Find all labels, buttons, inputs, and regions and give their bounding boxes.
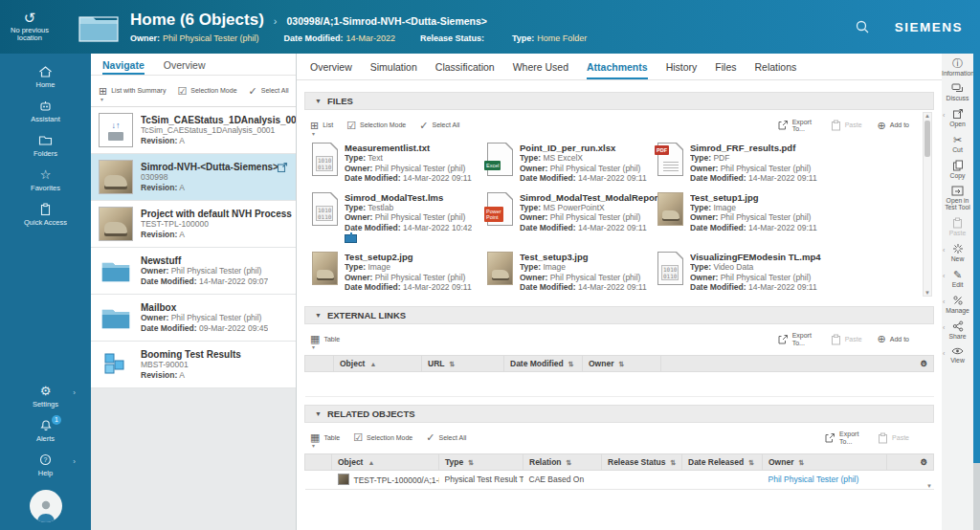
external-links-table-view-button[interactable]: ▦▾ Table xyxy=(310,333,340,345)
command-copy[interactable]: Copy xyxy=(942,156,973,182)
external-links-export-to-button[interactable]: Export To... xyxy=(777,332,815,346)
column-header-date-released[interactable]: Date Released⇅ xyxy=(682,453,763,470)
sidebar-item-home[interactable]: Home xyxy=(0,59,91,94)
scrollbar-thumb[interactable] xyxy=(924,121,930,157)
files-select-all-button[interactable]: ✓ Select All xyxy=(419,120,459,132)
related-objects-export-to-button[interactable]: Export To... xyxy=(824,431,862,445)
column-header-owner[interactable]: Owner⇅ xyxy=(583,355,661,371)
command-open-in-test-tool[interactable]: Open in Test Tool xyxy=(942,182,973,213)
files-paste-button[interactable]: Paste xyxy=(831,119,862,133)
files-selection-mode-button[interactable]: ☑ Selection Mode xyxy=(346,120,406,132)
files-add-to-button[interactable]: ⊕ Add to xyxy=(878,119,909,133)
file-card-simrod-modaltest[interactable]: 10100110 Simrod_ModalTest.lms Type: Test… xyxy=(312,192,487,244)
files-section-header[interactable]: ▼ FILES xyxy=(304,92,934,110)
table-settings-gear-icon[interactable]: ⚙ xyxy=(661,355,934,371)
column-header-object[interactable]: Object▲ xyxy=(334,355,422,371)
sidebar-item-help[interactable]: ? › Help xyxy=(0,448,91,482)
external-links-section-header[interactable]: ▼ EXTERNAL LINKS xyxy=(304,306,934,324)
tab-simulation[interactable]: Simulation xyxy=(370,54,417,79)
sidebar-item-settings[interactable]: ⚙ › Settings xyxy=(0,379,91,413)
file-card-measurementlist[interactable]: 10100110 Measurementlist.txt Type: Text … xyxy=(312,143,487,184)
tab-history[interactable]: History xyxy=(666,54,698,79)
column-header-type[interactable]: Type⇅ xyxy=(439,453,523,470)
external-links-paste-button[interactable]: Paste xyxy=(831,332,862,346)
file-card-simrod-modalreport[interactable]: PowerPoint Simrod_ModalTest_ModalReport.… xyxy=(487,192,657,244)
related-objects-paste-button[interactable]: Paste xyxy=(878,431,909,445)
command-edit[interactable]: ‹ ✎ Edit xyxy=(942,265,973,291)
owner-link[interactable]: Phil Physical Tester (phil) xyxy=(768,475,859,484)
files-list-view-button[interactable]: ⊞▾ List xyxy=(310,120,333,132)
table-settings-gear-icon[interactable]: ⚙ xyxy=(887,453,934,470)
sidebar-item-favorites[interactable]: ☆ Favorites xyxy=(0,163,91,197)
files-scrollbar[interactable]: ▲ ▼ xyxy=(923,112,932,297)
search-icon[interactable] xyxy=(855,19,870,34)
external-links-toolbar: ▦▾ Table Export To... Paste ⊕ Add to xyxy=(304,324,934,355)
column-header-object[interactable]: Object▲ xyxy=(332,453,439,470)
owner-value: Phil Physical Tester (phil) xyxy=(163,33,258,43)
related-objects-selection-mode-button[interactable]: ☑ Selection Mode xyxy=(353,431,412,444)
user-avatar[interactable] xyxy=(30,490,62,522)
command-paste[interactable]: Paste xyxy=(942,213,973,239)
related-objects-table-view-button[interactable]: ▦▾ Table xyxy=(310,431,340,444)
file-card-visualizing-femodes[interactable]: 10100110 VisualizingFEModesin TL.mp4 Typ… xyxy=(657,252,934,293)
tab-overview-left[interactable]: Overview xyxy=(164,54,206,75)
command-manage[interactable]: ‹ Manage xyxy=(942,291,973,317)
file-card-simrod-frf-results[interactable]: PDF Simrod_FRF_results.pdf Type: PDF Own… xyxy=(657,143,934,184)
files-export-to-button[interactable]: Export To... xyxy=(777,119,815,133)
file-card-test-setup1[interactable]: Test_setup1.jpg Type: Image Owner: Phil … xyxy=(657,192,934,244)
command-information[interactable]: ⓘ Information xyxy=(942,54,973,79)
sidebar-item-alerts[interactable]: 1 Alerts xyxy=(0,413,91,448)
breadcrumb-item[interactable]: 030998/A;1-Simrod-NVH-<Dutta-Siemens> xyxy=(286,15,486,27)
owner-label: Owner: xyxy=(130,33,160,43)
sort-icon: ⇅ xyxy=(670,459,676,466)
selection-mode-button[interactable]: ☑ Selection Mode xyxy=(177,85,236,98)
list-item-simrod-nvh-selected[interactable]: Simrod-NVH-<Dutta-Siemens> 030998 Revisi… xyxy=(91,154,296,201)
command-discuss[interactable]: Discuss xyxy=(942,79,973,104)
file-card-point-id-per-run[interactable]: Excel Point_ID_per_run.xlsx Type: MS Exc… xyxy=(487,143,657,184)
select-all-button[interactable]: ✓ Select All xyxy=(249,85,289,98)
column-header-owner[interactable]: Owner⇅ xyxy=(763,453,887,470)
list-with-summary-button[interactable]: ⊞▾ List with Summary xyxy=(99,85,166,98)
open-in-new-icon[interactable] xyxy=(277,162,288,173)
no-previous-location-button[interactable]: ↺ No previous location xyxy=(0,11,59,42)
checkbox-column-header[interactable] xyxy=(305,453,332,470)
sidebar-item-assistant[interactable]: Assistant xyxy=(0,94,91,128)
tab-navigate[interactable]: Navigate xyxy=(102,54,145,75)
related-objects-select-all-button[interactable]: ✓ Select All xyxy=(426,431,466,444)
column-header-url[interactable]: URL⇅ xyxy=(422,355,504,371)
file-card-test-setup3[interactable]: Test_setup3.jpg Type: Image Owner: Phil … xyxy=(487,252,657,293)
tab-where-used[interactable]: Where Used xyxy=(513,54,568,79)
list-item-newstuff[interactable]: Newstuff Owner: Phil Physical Tester (ph… xyxy=(91,248,296,295)
list-item-mailbox[interactable]: Mailbox Owner: Phil Physical Tester (phi… xyxy=(91,295,296,342)
tab-classification[interactable]: Classification xyxy=(435,54,495,79)
related-objects-section-header[interactable]: ▼ RELATED OBJECTS xyxy=(304,405,934,423)
tab-files[interactable]: Files xyxy=(715,54,736,79)
tab-relations[interactable]: Relations xyxy=(754,54,796,79)
list-item-tcsim-caestatus[interactable]: ↓↑ TcSim_CAEStatus_1DAnalysis_0001 TcSim… xyxy=(91,107,296,154)
list-item-booming-test-results[interactable]: Booming Test Results MBST-90001 Revision… xyxy=(91,342,296,388)
sidebar-item-folders[interactable]: Folders xyxy=(0,128,91,163)
column-header-release-status[interactable]: Release Status⇅ xyxy=(602,453,682,470)
external-links-add-to-button[interactable]: ⊕ Add to xyxy=(878,332,909,346)
scroll-down-icon[interactable]: ▼ xyxy=(926,483,932,489)
command-open[interactable]: ‹ Open xyxy=(942,104,973,130)
command-new[interactable]: ‹ New xyxy=(942,239,973,265)
sort-icon: ⇅ xyxy=(798,459,804,466)
column-header-relation[interactable]: Relation⇅ xyxy=(523,453,602,470)
list-item-project-nvh-process[interactable]: Project with default NVH Process TEST-TP… xyxy=(91,201,296,248)
command-view[interactable]: ‹ View xyxy=(942,342,973,366)
scroll-up-icon[interactable]: ▲ xyxy=(924,113,930,119)
scroll-down-icon[interactable]: ▼ xyxy=(924,290,930,296)
selection-mode-icon: ☑ xyxy=(177,85,187,98)
tab-overview[interactable]: Overview xyxy=(310,54,352,79)
table-row-test-tpl-100000[interactable]: TEST-TPL-100000/A;1-Pr... Physical Test … xyxy=(305,470,934,489)
command-share[interactable]: ‹ Share xyxy=(942,317,973,342)
sidebar-item-quick-access[interactable]: Quick Access xyxy=(0,197,91,232)
file-card-test-setup2[interactable]: Test_setup2.jpg Type: Image Owner: Phil … xyxy=(312,252,487,293)
export-icon xyxy=(777,334,789,345)
image-thumbnail xyxy=(657,192,683,226)
checkbox-column-header[interactable] xyxy=(305,355,334,371)
command-cut[interactable]: ✂ Cut xyxy=(942,130,973,156)
tab-attachments[interactable]: Attachments xyxy=(587,54,648,79)
column-header-date-modified[interactable]: Date Modified⇅ xyxy=(504,355,583,371)
